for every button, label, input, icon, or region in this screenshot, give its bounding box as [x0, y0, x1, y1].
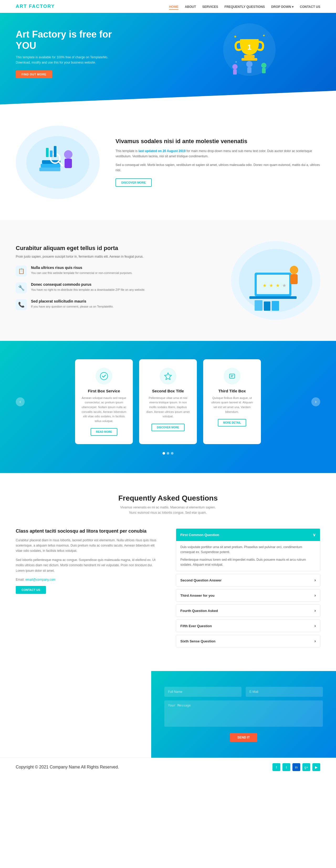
contact-left: [0, 671, 151, 758]
nav-item-dropdown[interactable]: DROP DOWN ▾: [271, 5, 294, 9]
faq-title: Frequently Asked Questions: [16, 494, 320, 502]
svg-text:★: ★: [263, 283, 267, 288]
carousel-dots: [16, 452, 320, 455]
faq-item-6: Sixth Sense Question ›: [176, 635, 320, 647]
contact-name-email-row: [164, 687, 323, 697]
service-title-3: Third Title Box: [209, 389, 255, 393]
service-icon-3: [224, 368, 240, 384]
nav-item-services[interactable]: SERVICES: [202, 5, 218, 9]
carousel-prev-button[interactable]: ‹: [16, 397, 25, 406]
social-facebook[interactable]: f: [272, 763, 280, 771]
faq-chevron-6: ›: [314, 639, 316, 644]
navbar: ART FACTORY HOME ABOUT SERVICES FREQUENT…: [0, 0, 336, 13]
contact-name-input[interactable]: [164, 687, 241, 697]
faq-question-3[interactable]: Third Answer for you ›: [176, 589, 320, 601]
svg-rect-23: [54, 146, 57, 157]
about-discover-button[interactable]: DISCOVER MORE: [115, 178, 152, 187]
service-cta-1[interactable]: READ MORE: [91, 428, 117, 436]
svg-rect-22: [50, 151, 53, 157]
contact-submit-button[interactable]: SEND IT: [230, 733, 257, 742]
faq-item-5: Fifth Ever Question ›: [176, 620, 320, 632]
carousel-dot-1[interactable]: [163, 452, 165, 455]
svg-rect-15: [41, 164, 60, 167]
feature-desc-1: You can use this website template for co…: [31, 271, 133, 275]
svg-point-7: [232, 64, 238, 69]
carousel-dot-3[interactable]: [171, 452, 173, 455]
faq-chevron-2: ›: [314, 578, 316, 583]
feature-title-3: Sed placerat sollicitudin mauris: [31, 299, 114, 303]
svg-text:★: ★: [276, 283, 280, 288]
svg-text:★: ★: [235, 60, 237, 63]
nav-item-home[interactable]: HOME: [169, 5, 178, 10]
feature-desc-3: If you have any question or comment, ple…: [31, 304, 114, 309]
carousel-next-button[interactable]: ›: [311, 397, 320, 406]
service-cta-3[interactable]: MORE DETAIL: [218, 419, 246, 427]
features-section: Curabitur aliquam eget tellus id porta P…: [0, 220, 336, 341]
faq-header: Frequently Asked Questions Vivamus venen…: [16, 494, 320, 515]
svg-rect-14: [39, 167, 60, 171]
contact-section: SEND IT: [0, 671, 336, 758]
feature-item-2: 🔧 Donec consequat commodo purus You have…: [16, 282, 215, 293]
hero-description: This template is available for 100% free…: [16, 55, 121, 65]
services-section: ‹ First Box Service Aenean volutpat maur…: [0, 341, 336, 473]
hero-cta-button[interactable]: FIND OUT MORE: [16, 70, 52, 78]
faq-item-2: Second Question Answer ›: [176, 574, 320, 586]
svg-rect-2: [241, 58, 257, 61]
service-card-3: Third Title Box Quisque finibus illum au…: [203, 359, 261, 444]
faq-contact-button[interactable]: CONTACT US: [16, 586, 46, 594]
faq-question-1[interactable]: First Common Question ∨: [176, 529, 320, 541]
faq-section: Frequently Asked Questions Vivamus venen…: [0, 473, 336, 671]
faq-question-4[interactable]: Fourth Question Asked ›: [176, 604, 320, 617]
svg-text:★: ★: [269, 283, 273, 288]
faq-question-5[interactable]: Fifth Ever Question ›: [176, 620, 320, 632]
service-cta-2[interactable]: DISCOVER MORE: [152, 424, 184, 431]
contact-email-input[interactable]: [246, 687, 323, 697]
features-illustration: ★ ★ ★ ★: [231, 241, 320, 320]
social-googleplus[interactable]: g+: [302, 763, 310, 771]
hero-trophy-illustration: 1 ★ ★ ★: [221, 21, 278, 79]
faq-chevron-3: ›: [314, 593, 316, 598]
svg-text:★: ★: [282, 283, 287, 288]
social-youtube[interactable]: ▶: [312, 763, 320, 771]
svg-rect-20: [65, 159, 72, 168]
about-para1: This template is last updated on 20 Augu…: [115, 148, 320, 159]
faq-chevron-1: ∨: [313, 532, 316, 537]
service-card-2: Second Box Title Pellentesque vitae urna…: [139, 359, 197, 444]
faq-left-para2: Sed lobortis pellentesque magna ac congu…: [16, 557, 160, 573]
faq-item-4: Fourth Question Asked ›: [176, 604, 320, 617]
faq-right-col: First Common Question ∨ Duis vulputate p…: [176, 528, 320, 650]
feature-icon-2: 🔧: [16, 282, 27, 293]
footer: Copyright © 2021 Company Name All Rights…: [0, 758, 336, 776]
social-linkedin[interactable]: in: [293, 763, 300, 771]
svg-rect-34: [255, 300, 263, 311]
footer-social: f t in g+ ▶: [272, 763, 320, 771]
svg-point-9: [261, 63, 266, 68]
feature-icon-1: 📋: [16, 266, 27, 277]
contact-message-textarea[interactable]: [164, 701, 323, 727]
service-desc-1: Aenean volutpat mauris sed neque consect…: [81, 396, 127, 424]
svg-point-11: [246, 61, 253, 67]
faq-chevron-5: ›: [314, 623, 316, 628]
service-title-1: First Box Service: [81, 389, 127, 393]
nav-item-contact[interactable]: CONTACT US: [300, 5, 320, 9]
nav-item-about[interactable]: ABOUT: [185, 5, 196, 9]
social-twitter[interactable]: t: [282, 763, 290, 771]
faq-left-title: Class aptent taciti sociosqu ad litora t…: [16, 528, 160, 534]
faq-left-para1: Curabitur placerat diam in risus loborti…: [16, 537, 160, 554]
faq-question-6[interactable]: Sixth Sense Question ›: [176, 635, 320, 647]
feature-title-1: Nulla ultrices risus quis risus: [31, 266, 133, 270]
features-text: Curabitur aliquam eget tellus id porta P…: [16, 245, 215, 316]
faq-email-link[interactable]: email@company.com: [26, 578, 56, 582]
faq-email: Email: email@company.com: [16, 577, 160, 582]
svg-rect-1: [244, 55, 255, 58]
service-title-2: Second Box Title: [145, 389, 191, 393]
svg-point-28: [290, 266, 298, 274]
carousel-dot-2[interactable]: [167, 452, 169, 455]
feature-item-3: 📞 Sed placerat sollicitudin mauris If yo…: [16, 299, 215, 310]
faq-question-2[interactable]: Second Question Answer ›: [176, 574, 320, 586]
service-icon-2: [160, 368, 176, 384]
footer-copyright: Copyright © 2021 Company Name All Rights…: [16, 765, 119, 770]
feature-icon-3: 📞: [16, 299, 27, 310]
faq-answer-1: Duis vulputate porttitor urna sit amet p…: [176, 541, 320, 571]
nav-item-faq[interactable]: FREQUENTLY QUESTIONS: [225, 5, 265, 9]
